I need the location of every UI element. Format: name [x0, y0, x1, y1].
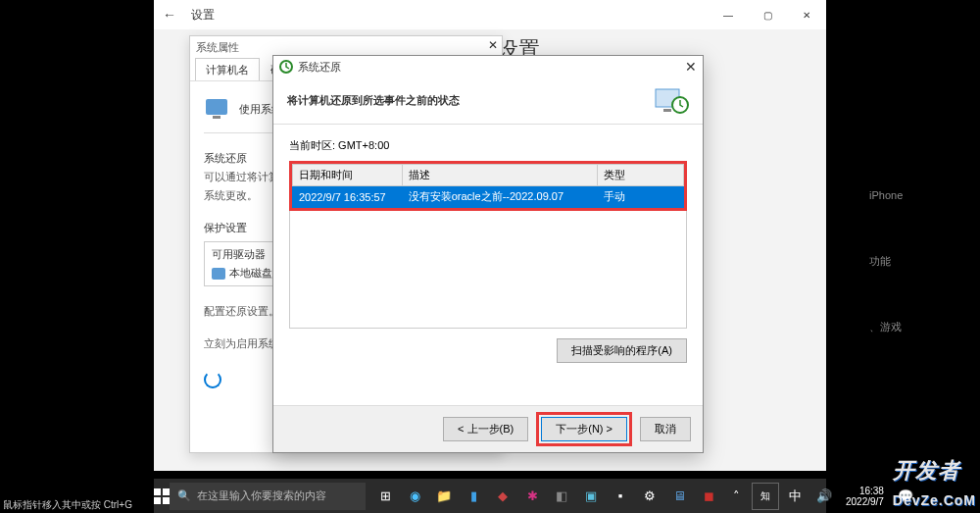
col-type[interactable]: 类型: [598, 165, 684, 186]
restore-title: 系统还原: [298, 60, 341, 75]
cancel-button[interactable]: 取消: [640, 417, 691, 441]
next-button[interactable]: 下一步(N) >: [541, 417, 627, 441]
svg-rect-4: [663, 109, 671, 112]
svg-rect-8: [154, 497, 161, 504]
restore-point-row[interactable]: 2022/9/7 16:35:57 没有安装oracle之前--2022.09.…: [293, 186, 684, 208]
next-button-highlight: 下一步(N) >: [536, 412, 632, 446]
svg-rect-7: [163, 488, 170, 495]
restore-points-table-highlight: 日期和时间 描述 类型 2022/9/7 16:35:57 没有安装oracle…: [289, 161, 687, 211]
back-button[interactable]: < 上一步(B): [443, 417, 528, 441]
settings-icon[interactable]: ⚙: [636, 483, 663, 510]
app-icon[interactable]: ◆: [489, 483, 516, 510]
task-view-icon[interactable]: ⊞: [371, 483, 399, 510]
restore-task-icon[interactable]: 🖥: [665, 483, 693, 510]
settings-title: 设置: [191, 7, 215, 24]
restore-header-text: 将计算机还原到所选事件之前的状态: [287, 93, 460, 108]
disk-icon: [212, 268, 225, 280]
taskbar-search[interactable]: 🔍 在这里输入你要搜索的内容: [170, 483, 366, 510]
restore-header: 将计算机还原到所选事件之前的状态: [273, 77, 703, 125]
tab-computer-name[interactable]: 计算机名: [195, 58, 260, 80]
spinner-icon: [204, 371, 221, 388]
app-icon-3[interactable]: ◧: [548, 483, 575, 510]
svg-rect-9: [163, 497, 170, 504]
volume-icon[interactable]: 🔊: [810, 483, 838, 510]
timezone-label: 当前时区: GMT+8:00: [289, 138, 687, 153]
vscode-icon[interactable]: ▮: [460, 483, 487, 510]
start-button[interactable]: [154, 479, 170, 513]
explorer-icon[interactable]: 📁: [430, 483, 458, 510]
edge-icon[interactable]: ◉: [401, 483, 428, 510]
app-icon-4[interactable]: ▣: [577, 483, 605, 510]
col-datetime[interactable]: 日期和时间: [293, 165, 403, 186]
settings-titlebar: ← 设置 — ▢ ✕: [154, 0, 826, 29]
sysprops-title: 系统属性: [196, 40, 239, 55]
minimize-button[interactable]: —: [709, 0, 748, 29]
svg-rect-1: [213, 116, 220, 119]
restore-icon: [279, 60, 293, 74]
monitor-clock-icon: [654, 85, 689, 117]
tray-chevron-icon[interactable]: ˄: [722, 483, 750, 510]
status-bar-text: 鼠标指针移入其中或按 Ctrl+G: [3, 498, 132, 512]
monitor-icon: [204, 97, 231, 121]
maximize-button[interactable]: ▢: [748, 0, 787, 29]
app-icon-2[interactable]: ✱: [518, 483, 546, 510]
restore-titlebar: 系统还原 ✕: [273, 56, 703, 77]
back-button[interactable]: ←: [154, 7, 185, 23]
tray-app-icon[interactable]: 知: [752, 483, 779, 510]
search-placeholder: 在这里输入你要搜索的内容: [197, 488, 326, 503]
scan-affected-button[interactable]: 扫描受影响的程序(A): [557, 338, 687, 363]
app-icon-5[interactable]: ◼: [695, 483, 722, 510]
taskbar-clock[interactable]: 16:38 2022/9/7: [840, 486, 890, 507]
wizard-footer: < 上一步(B) 下一步(N) > 取消: [273, 405, 703, 452]
search-icon: 🔍: [177, 489, 191, 502]
terminal-icon[interactable]: ▪: [607, 483, 634, 510]
close-button[interactable]: ✕: [787, 0, 826, 29]
close-icon[interactable]: ✕: [488, 38, 498, 52]
restore-points-table[interactable]: 日期和时间 描述 类型 2022/9/7 16:35:57 没有安装oracle…: [292, 164, 684, 208]
table-empty-area: [289, 211, 687, 329]
close-icon[interactable]: ✕: [685, 59, 697, 75]
taskbar: 🔍 在这里输入你要搜索的内容 ⊞ ◉ 📁 ▮ ◆ ✱ ◧ ▣ ▪ ⚙ 🖥 ◼ ˄…: [154, 479, 826, 513]
svg-rect-6: [154, 488, 161, 495]
system-restore-wizard: 系统还原 ✕ 将计算机还原到所选事件之前的状态 当前时区: GMT+8:00 日…: [272, 55, 704, 453]
col-description[interactable]: 描述: [402, 165, 598, 186]
ime-icon[interactable]: 中: [781, 483, 808, 510]
windows-icon: [154, 488, 170, 504]
watermark: 开发者DevZe.CoM: [893, 456, 976, 511]
svg-rect-0: [206, 99, 227, 115]
